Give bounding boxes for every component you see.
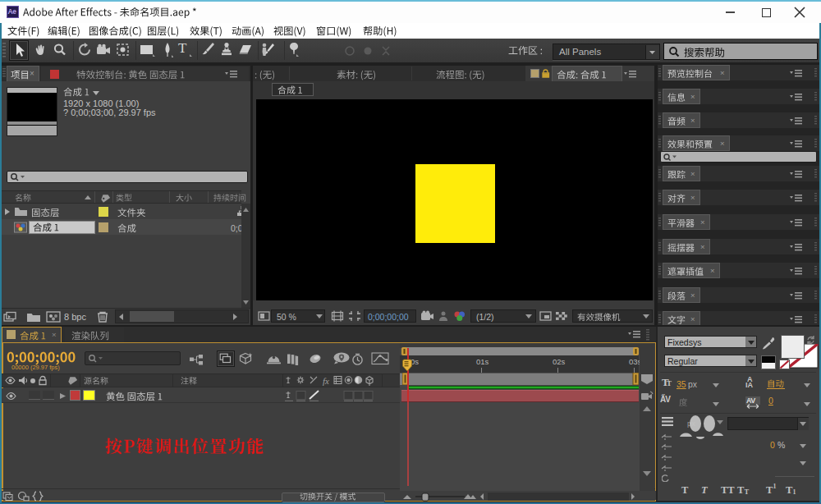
svg-text:fx: fx — [323, 376, 329, 386]
